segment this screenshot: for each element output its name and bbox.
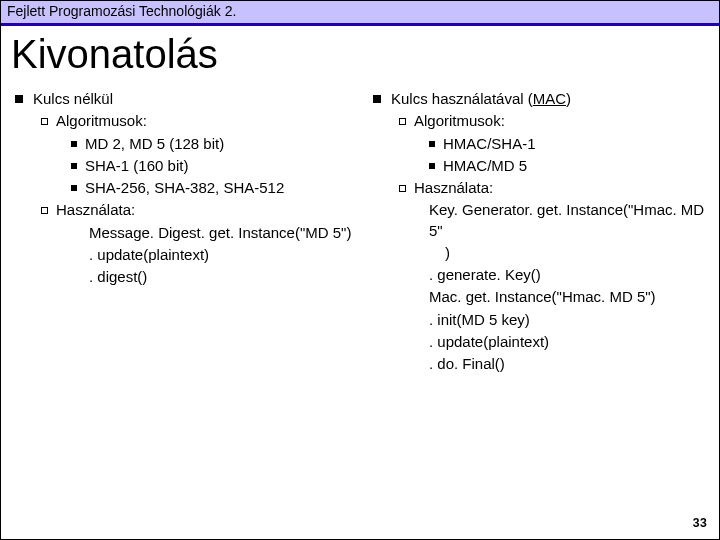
square-bullet-icon [15, 95, 23, 103]
left-heading-text: Kulcs nélkül [33, 90, 113, 107]
right-heading-pre: Kulcs használatával ( [391, 90, 533, 107]
right-use-label: Használata: [399, 178, 713, 198]
open-square-bullet-icon [41, 118, 48, 125]
right-heading-mac: MAC [533, 90, 566, 107]
right-alg-label-text: Algoritmusok: [414, 112, 505, 129]
right-alg-label: Algoritmusok: [399, 111, 713, 131]
left-alg-2: SHA-1 (160 bit) [71, 156, 375, 176]
right-heading: Kulcs használatával (MAC) [373, 89, 713, 109]
square-bullet-icon [71, 141, 77, 147]
left-alg-2-text: SHA-1 (160 bit) [85, 157, 188, 174]
square-bullet-icon [71, 163, 77, 169]
slide: Fejlett Programozási Technológiák 2. Kiv… [0, 0, 720, 540]
right-code-6: . do. Final() [429, 354, 713, 374]
square-bullet-icon [71, 185, 77, 191]
right-code-1a: Key. Generator. get. Instance("Hmac. MD … [429, 200, 713, 241]
left-use-label-text: Használata: [56, 201, 135, 218]
left-heading: Kulcs nélkül [15, 89, 375, 109]
header-bar: Fejlett Programozási Technológiák 2. [1, 1, 719, 26]
left-code-3: . digest() [89, 267, 375, 287]
right-heading-post: ) [566, 90, 571, 107]
left-alg-label: Algoritmusok: [41, 111, 375, 131]
square-bullet-icon [429, 141, 435, 147]
right-code-5: . update(plaintext) [429, 332, 713, 352]
right-code-2: . generate. Key() [429, 265, 713, 285]
right-alg-2-text: HMAC/MD 5 [443, 157, 527, 174]
header-text: Fejlett Programozási Technológiák 2. [7, 3, 236, 19]
left-alg-1-text: MD 2, MD 5 (128 bit) [85, 135, 224, 152]
square-bullet-icon [373, 95, 381, 103]
right-alg-1: HMAC/SHA-1 [429, 134, 713, 154]
slide-title: Kivonatolás [1, 26, 719, 87]
right-code-4: . init(MD 5 key) [429, 310, 713, 330]
right-alg-1-text: HMAC/SHA-1 [443, 135, 536, 152]
right-code-3: Mac. get. Instance("Hmac. MD 5") [429, 287, 713, 307]
left-alg-3-text: SHA-256, SHA-382, SHA-512 [85, 179, 284, 196]
page-number: 33 [693, 517, 707, 531]
left-code-2: . update(plaintext) [89, 245, 375, 265]
right-use-label-text: Használata: [414, 179, 493, 196]
open-square-bullet-icon [41, 207, 48, 214]
left-code-1: Message. Digest. get. Instance("MD 5") [89, 223, 375, 243]
left-column: Kulcs nélkül Algoritmusok: MD 2, MD 5 (1… [15, 87, 375, 287]
right-alg-2: HMAC/MD 5 [429, 156, 713, 176]
square-bullet-icon [429, 163, 435, 169]
open-square-bullet-icon [399, 118, 406, 125]
open-square-bullet-icon [399, 185, 406, 192]
right-column: Kulcs használatával (MAC) Algoritmusok: … [373, 87, 713, 374]
left-alg-3: SHA-256, SHA-382, SHA-512 [71, 178, 375, 198]
right-code-1b: ) [445, 243, 713, 263]
left-alg-label-text: Algoritmusok: [56, 112, 147, 129]
left-use-label: Használata: [41, 200, 375, 220]
left-alg-1: MD 2, MD 5 (128 bit) [71, 134, 375, 154]
